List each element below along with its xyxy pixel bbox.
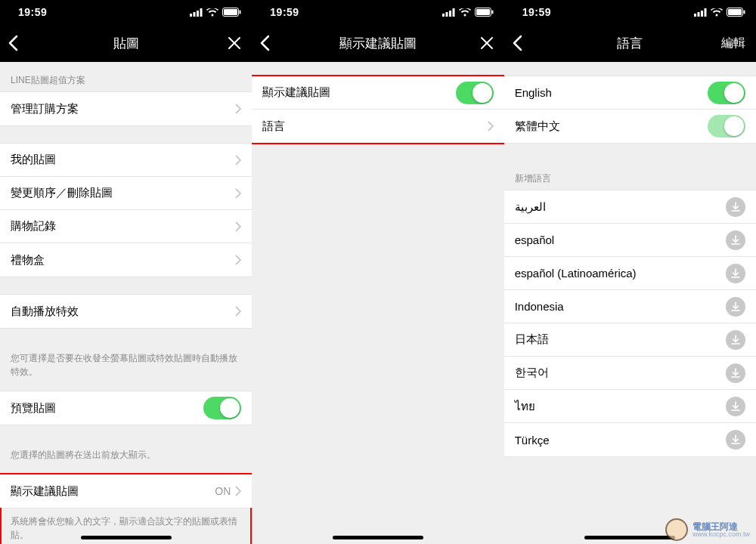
download-icon[interactable] [726,297,745,317]
status-bar: 19:59 [252,0,503,24]
row-lang-ja[interactable]: 日本語 [504,323,756,357]
back-button[interactable] [259,24,270,62]
row-label: 預覽貼圖 [11,401,203,416]
row-label: 禮物盒 [11,253,235,267]
row-manage-subscription[interactable]: 管理訂購方案 [0,92,252,125]
svg-rect-9 [442,14,445,17]
wifi-icon [459,8,471,17]
svg-rect-3 [200,8,203,17]
highlight-suggested: 顯示建議貼圖 ON 系統將會依您輸入的文字，顯示適合該文字的貼圖或表情貼。 [0,474,252,544]
row-lang-th[interactable]: ไทย [504,390,756,423]
close-button[interactable] [228,24,241,62]
chevron-right-icon [235,255,241,265]
download-icon[interactable] [726,430,745,450]
phone-screen-3: 19:59 語言 編輯 English 繁體中文 新增語言 [504,0,756,544]
row-label: 我的貼圖 [11,153,235,167]
download-icon[interactable] [726,363,745,383]
settings-content: 顯示建議貼圖 語言 [252,62,503,544]
row-label: 購物記錄 [11,219,235,233]
status-time: 19:59 [18,6,47,18]
download-icon[interactable] [726,397,745,416]
row-lang-tr[interactable]: Türkçe [504,423,756,456]
section-header-add: 新增語言 [504,160,756,190]
home-indicator [81,536,172,539]
row-lang-english[interactable]: English [504,76,756,110]
row-lang-es-la[interactable]: español (Latinoamérica) [504,257,756,290]
nav-title: 顯示建議貼圖 [339,35,417,52]
row-label: 繁體中文 [515,119,708,134]
phone-screen-2: 19:59 顯示建議貼圖 顯示建議貼圖 語言 [252,0,503,544]
battery-icon [475,8,494,17]
row-suggested-stickers[interactable]: 顯示建議貼圖 ON [0,474,252,508]
section-footer: 您選擇的貼圖將在送出前放大顯示。 [0,442,252,466]
status-icons [442,8,494,17]
chevron-right-icon [235,221,241,232]
row-show-suggested-toggle[interactable]: 顯示建議貼圖 [252,76,503,110]
row-lang-zhtw[interactable]: 繁體中文 [504,110,756,143]
download-icon[interactable] [726,264,745,283]
row-language[interactable]: 語言 [252,110,503,143]
row-label: Türkçe [515,434,726,447]
row-reorder-delete[interactable]: 變更順序／刪除貼圖 [0,177,252,210]
chevron-right-icon [235,306,241,317]
svg-rect-11 [449,11,451,17]
svg-rect-1 [194,12,196,17]
lang-toggle-english[interactable] [708,82,745,104]
row-label: 顯示建議貼圖 [11,484,215,499]
back-button[interactable] [512,24,522,62]
row-lang-id[interactable]: Indonesia [504,290,756,323]
svg-rect-6 [240,11,241,14]
home-indicator [333,536,423,539]
svg-rect-21 [704,8,706,17]
row-label: Indonesia [515,300,726,313]
close-icon [228,36,241,50]
row-gifts[interactable]: 禮物盒 [0,243,252,277]
row-label: español (Latinoamérica) [515,267,726,280]
lang-toggle-zhtw[interactable] [708,115,745,138]
svg-rect-5 [224,9,237,15]
edit-button[interactable]: 編輯 [721,24,745,62]
nav-bar: 語言 編輯 [504,24,756,62]
group-autoplay: 自動播放特效 [0,294,252,329]
chevron-left-icon [259,35,270,51]
svg-rect-0 [190,14,192,17]
suggested-toggle[interactable] [456,82,494,104]
back-button[interactable] [8,24,18,62]
status-bar: 19:59 [0,0,252,24]
row-label: 顯示建議貼圖 [262,85,455,100]
nav-bar: 貼圖 [0,24,252,62]
row-lang-ar[interactable]: العربية [504,190,756,224]
download-icon[interactable] [726,197,745,217]
chevron-right-icon [235,188,241,199]
row-preview[interactable]: 預覽貼圖 [0,391,252,425]
preview-toggle[interactable] [203,397,241,419]
svg-rect-23 [728,9,742,15]
download-icon[interactable] [726,330,745,350]
wifi-icon [711,8,723,17]
chevron-right-icon [235,486,241,496]
row-lang-es[interactable]: español [504,224,756,257]
group-enabled-langs: English 繁體中文 [504,76,756,144]
row-label: 自動播放特效 [11,304,235,319]
svg-rect-15 [491,11,493,14]
svg-rect-18 [694,14,696,17]
chevron-right-icon [488,121,494,131]
svg-rect-20 [701,11,703,17]
status-bar: 19:59 [504,0,756,24]
wifi-icon [206,8,218,17]
download-icon[interactable] [726,230,745,250]
status-time: 19:59 [270,6,299,18]
battery-icon [222,8,241,17]
row-purchase-history[interactable]: 購物記錄 [0,210,252,243]
row-label: 한국어 [515,366,726,380]
svg-rect-14 [476,9,490,15]
group-suggest-lang: 顯示建議貼圖 語言 [252,76,503,144]
row-lang-ko[interactable]: 한국어 [504,357,756,390]
status-icons [190,8,241,17]
row-label: 日本語 [515,332,726,347]
row-autoplay[interactable]: 自動播放特效 [0,295,252,328]
close-button[interactable] [480,24,494,62]
svg-rect-12 [452,8,454,17]
signal-icon [694,8,707,17]
row-my-stickers[interactable]: 我的貼圖 [0,144,252,177]
